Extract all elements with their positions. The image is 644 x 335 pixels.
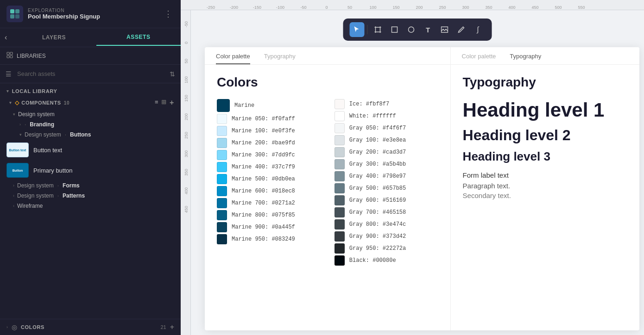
tool-text[interactable]: T: [421, 22, 436, 37]
swatch-marine-300: [217, 150, 227, 160]
tool-frame[interactable]: [371, 22, 385, 37]
heading-level-3: Heading level 3: [463, 149, 627, 164]
swatch-marine-050: [217, 114, 227, 124]
color-row-gray-300: Gray 300: #a5b4bb: [335, 159, 438, 169]
svg-rect-8: [376, 27, 380, 32]
search-row: ☰ ⇅: [0, 65, 181, 83]
tool-pen[interactable]: [454, 22, 469, 37]
color-label-marine-800: Marine 800: #075f85: [232, 212, 295, 218]
local-library-header[interactable]: ▾ LOCAL LIBRARY: [0, 86, 181, 96]
typography-section: Color palette Typography Typography Head…: [451, 47, 639, 330]
colors-icon: ◎: [12, 323, 17, 331]
ruler-left-mark: 150: [184, 89, 190, 107]
filter-icon[interactable]: ☰: [6, 70, 12, 78]
tab-typography[interactable]: Typography: [264, 53, 296, 64]
color-label-marine-100: Marine 100: #e0f3fe: [232, 128, 295, 134]
swatch-marine-600: [217, 186, 227, 196]
kebab-menu[interactable]: ⋮: [162, 7, 174, 21]
tool-select[interactable]: [350, 22, 365, 37]
ruler-mark: 250: [431, 5, 454, 10]
ruler-left-mark: 400: [184, 181, 190, 200]
color-row-marine-400: Marine 400: #37c7f9: [217, 162, 321, 172]
swatch-marine-400: [217, 162, 227, 172]
color-label-marine-900: Marine 900: #0a445f: [232, 224, 295, 230]
bottom-bar-colors[interactable]: › ◎ COLORS 21 +: [0, 319, 181, 335]
tool-path[interactable]: ∫: [471, 22, 486, 37]
chevron-right-icon: ›: [13, 183, 14, 188]
swatch-white: [335, 111, 345, 121]
color-row-marine-050: Marine 050: #f0faff: [217, 114, 321, 124]
tab-assets[interactable]: ASSETS: [96, 29, 181, 46]
chevron-down-icon: ▾: [6, 89, 9, 93]
primary-button-name: Primary button: [33, 167, 73, 174]
colors-heading: Colors: [217, 75, 438, 90]
color-row-marine-600: Marine 600: #018ec8: [217, 186, 321, 196]
component-item-primary-button[interactable]: Button Primary button: [0, 160, 181, 180]
libraries-label: LIBRARIES: [17, 53, 46, 59]
add-component-button[interactable]: +: [170, 99, 174, 107]
swatch-gray-100: [335, 135, 345, 145]
svg-rect-2: [10, 14, 14, 19]
swatch-marine-200: [217, 138, 227, 148]
color-label-marine: Marine: [234, 102, 254, 109]
ruler-mark: 450: [524, 5, 547, 10]
wireframe-label: Wireframe: [17, 203, 43, 209]
svg-point-18: [409, 27, 414, 32]
add-color-button[interactable]: +: [170, 323, 174, 331]
swatch-marine-100: [217, 126, 227, 136]
ruler-mark: -50: [292, 5, 315, 10]
typography-content: Typography Heading level 1 Heading level…: [451, 65, 639, 210]
design-system-dot: ·: [25, 121, 26, 128]
swatch-marine: [217, 99, 230, 112]
tree-item-design-system[interactable]: ▾ Design system: [0, 109, 181, 119]
tree-item-buttons[interactable]: ▾ Design system · Buttons: [0, 130, 181, 140]
components-header[interactable]: ▾ ◇ COMPONENTS 10 ≡ ⊞ +: [0, 96, 181, 109]
list-view-button[interactable]: ≡: [155, 99, 158, 107]
forms-label: Forms: [63, 182, 80, 189]
swatch-marine-500: [217, 174, 227, 184]
button-text-name: Button text: [33, 147, 62, 154]
design-content: Color palette Typography Colors Marine: [205, 47, 639, 330]
tree-item-forms[interactable]: › Design system · Forms: [0, 180, 181, 191]
sort-icon[interactable]: ⇅: [170, 70, 175, 78]
right-area: -250 -200 -150 -100 -50 0 50 100 150 200…: [181, 0, 644, 335]
svg-rect-7: [10, 56, 13, 58]
swatch-marine-950: [217, 234, 227, 244]
tool-rect[interactable]: [387, 22, 402, 37]
svg-rect-5: [10, 52, 13, 55]
ruler-mark: 300: [454, 5, 477, 10]
swatch-marine-800: [217, 210, 227, 220]
canvas-area: -50 0 50 100 150 200 250 300 350 400 450: [181, 10, 644, 335]
libraries-row[interactable]: LIBRARIES: [0, 47, 181, 65]
color-row-marine-900: Marine 900: #0a445f: [217, 222, 321, 232]
tool-ellipse[interactable]: [404, 22, 419, 37]
color-row-marine-200: Marine 200: #bae9fd: [217, 138, 321, 148]
local-library-label: LOCAL LIBRARY: [12, 88, 57, 94]
tab-color-palette[interactable]: Color palette: [216, 53, 250, 64]
search-input[interactable]: [15, 68, 166, 79]
tool-image[interactable]: [437, 22, 452, 37]
tab-color-palette-2[interactable]: Color palette: [462, 53, 496, 64]
main-canvas[interactable]: T ∫: [191, 10, 644, 335]
back-button[interactable]: ‹: [0, 28, 12, 47]
buttons-parent: Design system: [25, 131, 61, 138]
ruler-numbers: -250 -200 -150 -100 -50 0 50 100 150 200…: [199, 5, 593, 10]
color-row-gray-500: Gray 500: #657b85: [335, 183, 438, 193]
color-label-gray-400: Gray 400: #798e97: [349, 173, 406, 180]
svg-rect-6: [7, 56, 9, 58]
component-item-button-text[interactable]: Button text Button text: [0, 140, 181, 160]
color-label-gray-900: Gray 900: #373d42: [349, 233, 406, 240]
colors-section-label: COLORS: [21, 324, 157, 330]
tree-item-branding[interactable]: › · Branding: [0, 119, 181, 130]
ruler-left-mark: -50: [184, 15, 190, 33]
ruler-mark: 550: [570, 5, 593, 10]
color-row-gray-050: Gray 050: #f4f6f7: [335, 123, 438, 133]
color-label-marine-950: Marine 950: #083249: [232, 236, 295, 242]
grid-view-button[interactable]: ⊞: [161, 99, 167, 107]
ruler-left-numbers: -50 0 50 100 150 200 250 300 350 400 450: [184, 15, 190, 218]
tree-item-patterns[interactable]: › Design system · Patterns: [0, 191, 181, 201]
tab-layers[interactable]: LAYERS: [12, 30, 96, 45]
color-label-gray-200: Gray 200: #cad3d7: [349, 149, 406, 155]
tree-item-wireframe[interactable]: › Wireframe: [0, 201, 181, 211]
tab-typography-2[interactable]: Typography: [510, 53, 541, 64]
